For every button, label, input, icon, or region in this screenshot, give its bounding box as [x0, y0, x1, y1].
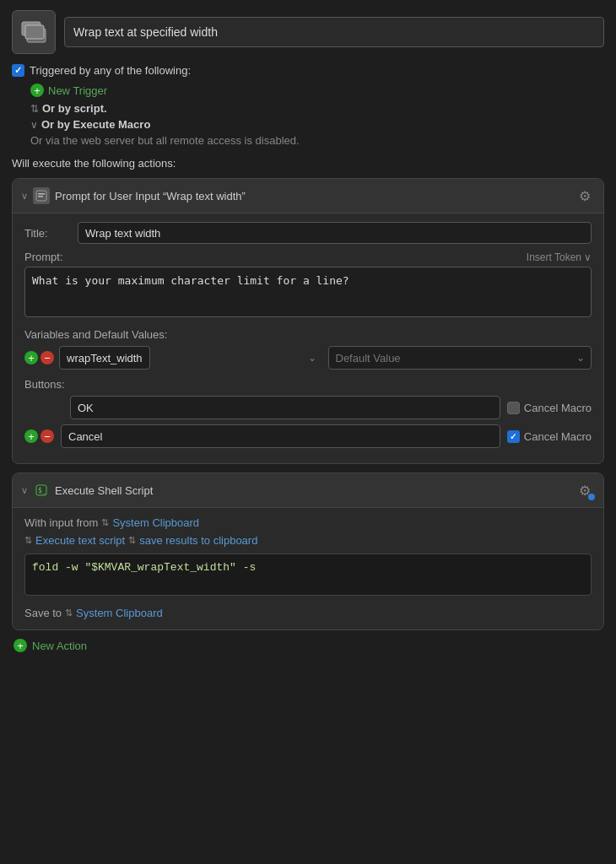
new-action-row[interactable]: + New Action	[12, 639, 604, 652]
prompt-action-card: ∨ Prompt for User Input “Wrap text width…	[12, 178, 604, 464]
or-by-script-label: Or by script.	[42, 102, 107, 115]
prompt-action-title: Prompt for User Input “Wrap text width”	[55, 190, 570, 202]
ok-cancel-macro-row: Cancel Macro	[507, 402, 592, 414]
shell-action-title: Execute Shell Script	[55, 484, 570, 497]
prompt-action-header: ∨ Prompt for User Input “Wrap text width…	[13, 179, 603, 213]
buttons-section: Buttons: Cancel Macro + −	[24, 378, 592, 448]
cancel-cancel-macro-label: Cancel Macro	[524, 430, 592, 443]
execute-row: ⇅ Execute text script ⇅ save results to …	[24, 534, 592, 547]
new-trigger-row[interactable]: + New Trigger	[30, 84, 604, 97]
insert-token-label: Insert Token	[527, 251, 581, 263]
trigger-section: Triggered by any of the following: + New…	[12, 64, 604, 147]
new-trigger-label: New Trigger	[48, 84, 107, 97]
execute-arrows-icon: ⇅	[24, 535, 32, 546]
trigger-header: Triggered by any of the following:	[12, 64, 604, 77]
input-source-label[interactable]: System Clipboard	[112, 516, 199, 529]
with-input-label: With input from	[24, 516, 98, 529]
shell-action-icon: $_	[33, 482, 50, 499]
variables-row: + − wrapText_width Default Value	[24, 346, 592, 370]
new-action-plus-icon: +	[14, 639, 27, 652]
save-results-label[interactable]: save results to clipboard	[139, 534, 257, 547]
ok-cancel-macro-label: Cancel Macro	[524, 402, 592, 414]
shell-gear-container: ⚙	[575, 480, 595, 500]
default-value-select[interactable]: Default Value	[328, 346, 592, 370]
add-button-icon[interactable]: +	[24, 429, 38, 443]
prompt-textarea[interactable]: What is your maximum character limit for…	[24, 267, 592, 317]
macro-icon	[12, 10, 56, 54]
variable-name-select[interactable]: wrapText_width	[59, 346, 150, 370]
chevron-down-icon: ∨	[30, 119, 38, 131]
trigger-enabled-checkbox[interactable]	[12, 64, 24, 77]
title-label: Title:	[24, 227, 71, 240]
ok-cancel-macro-checkbox[interactable]	[507, 402, 520, 414]
macro-title-input[interactable]	[64, 17, 604, 47]
or-by-execute-label: Or by Execute Macro	[41, 118, 150, 131]
or-by-execute-row[interactable]: ∨ Or by Execute Macro	[30, 118, 604, 131]
will-execute-label: Will execute the following actions:	[12, 157, 604, 170]
ok-button-row: Cancel Macro	[24, 396, 592, 419]
svg-rect-2	[25, 25, 44, 39]
svg-rect-5	[38, 196, 43, 197]
cancel-button-name-input[interactable]	[61, 424, 500, 448]
updown-arrow-icon: ⇅	[30, 103, 39, 115]
or-via-text: Or via the web server but all remote acc…	[30, 134, 604, 147]
buttons-label: Buttons:	[24, 378, 592, 391]
save-to-label: Save to	[24, 607, 62, 619]
with-input-row: With input from ⇅ System Clipboard	[24, 516, 592, 529]
shell-action-header: ∨ $_ Execute Shell Script ⚙	[13, 473, 603, 508]
save-to-row: Save to ⇅ System Clipboard	[24, 607, 592, 619]
remove-variable-icon[interactable]: −	[41, 351, 54, 364]
new-action-label: New Action	[32, 640, 87, 652]
execute-text-script-label[interactable]: Execute text script	[35, 534, 125, 547]
prompt-action-body: Title: Prompt: Insert Token ∨ What is yo…	[13, 213, 603, 463]
save-to-dest-label[interactable]: System Clipboard	[76, 607, 163, 619]
shell-command-textarea[interactable]: fold -w "$KMVAR_wrapText_width" -s	[24, 554, 592, 596]
add-variable-icon[interactable]: +	[24, 351, 38, 364]
cancel-button-icons: + −	[24, 429, 54, 443]
remove-button-icon[interactable]: −	[41, 429, 54, 443]
shell-collapse-arrow[interactable]: ∨	[21, 485, 28, 496]
prompt-label-row: Prompt: Insert Token ∨	[24, 251, 592, 263]
input-arrows-icon: ⇅	[101, 517, 109, 528]
default-value-select-wrap: Default Value	[328, 346, 592, 370]
prompt-gear-button[interactable]: ⚙	[575, 186, 595, 206]
prompt-action-icon	[33, 187, 50, 204]
or-by-script-row[interactable]: ⇅ Or by script.	[30, 102, 604, 115]
shell-gear-blue-dot	[588, 494, 595, 500]
new-trigger-plus-icon: +	[30, 84, 44, 97]
shell-action-card: ∨ $_ Execute Shell Script ⚙ With input f…	[12, 472, 604, 630]
svg-rect-4	[38, 193, 45, 195]
macro-header	[12, 10, 604, 54]
prompt-label: Prompt:	[24, 251, 71, 263]
variable-name-select-wrap: wrapText_width	[59, 346, 323, 370]
trigger-header-text: Triggered by any of the following:	[30, 64, 191, 77]
insert-token-button[interactable]: Insert Token ∨	[527, 251, 592, 263]
title-field[interactable]	[78, 222, 592, 244]
save-to-arrows-icon: ⇅	[65, 608, 73, 618]
cancel-cancel-macro-row: Cancel Macro	[507, 430, 592, 443]
ok-button-name-input[interactable]	[70, 396, 500, 419]
shell-action-body: With input from ⇅ System Clipboard ⇅ Exe…	[13, 508, 603, 629]
svg-text:$_: $_	[38, 487, 46, 494]
variables-label: Variables and Default Values:	[24, 328, 592, 341]
title-row: Title:	[24, 222, 592, 244]
prompt-collapse-arrow[interactable]: ∨	[21, 191, 28, 202]
cancel-cancel-macro-checkbox[interactable]	[507, 430, 520, 443]
cancel-button-row: + − Cancel Macro	[24, 424, 592, 448]
variable-icons: + −	[24, 351, 54, 364]
insert-token-chevron-icon: ∨	[584, 251, 592, 263]
save-arrows-icon: ⇅	[128, 535, 136, 546]
